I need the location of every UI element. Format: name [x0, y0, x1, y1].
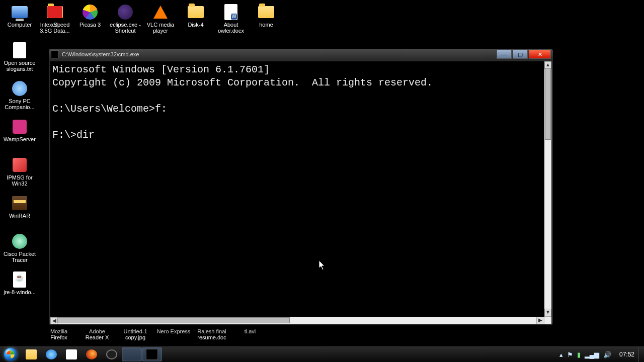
scroll-down-arrow[interactable]: ▼: [544, 309, 551, 317]
explorer-icon: [26, 349, 37, 359]
horizontal-scrollbar[interactable]: ◀ ▶: [50, 317, 544, 324]
java-icon[interactable]: jre-8-windo...: [2, 271, 37, 308]
docx-icon[interactable]: About owler.docx: [213, 4, 249, 41]
taskbar-ie[interactable]: [41, 347, 61, 361]
tray-action-center-icon[interactable]: ⚑: [567, 351, 573, 358]
cisco-icon[interactable]: Cisco Packet Tracer: [2, 233, 37, 270]
vlc-icon[interactable]: VLC media player: [143, 4, 178, 41]
sony-icon[interactable]: Sony PC Companio...: [2, 80, 37, 117]
desktop-icons-row: Intex Speed 3.5G Data...Picasa 3eclipse.…: [37, 3, 284, 41]
close-button[interactable]: ✕: [529, 50, 551, 59]
horizontal-scroll-thumb[interactable]: [57, 317, 290, 323]
maximize-button[interactable]: ▢: [513, 50, 528, 59]
taskbar-notepad[interactable]: [61, 347, 82, 361]
ie-icon: [46, 349, 57, 359]
usb-icon[interactable]: Intex Speed 3.5G Data...: [37, 4, 72, 41]
taskbar-explorer[interactable]: [21, 347, 41, 361]
taskbar-obs[interactable]: [102, 347, 122, 361]
start-button[interactable]: [0, 347, 21, 362]
cmd-window[interactable]: C:\Windows\system32\cmd.exe — ▢ ✕ Micros…: [48, 48, 553, 326]
folder-disk4-icon[interactable]: Disk-4: [178, 4, 213, 41]
desktop-icon[interactable]: Untitled-1 copy.jpg: [118, 328, 153, 348]
cmd-titlebar-icon: [51, 50, 59, 58]
desktop-icon[interactable]: Adobe Reader X: [79, 328, 115, 348]
system-tray[interactable]: ▴ ⚑ ▮ ▂▄▆ 🔊: [555, 351, 615, 358]
tray-battery-icon[interactable]: ▮: [577, 351, 581, 358]
tray-network-icon[interactable]: ▂▄▆: [585, 351, 599, 358]
tray-volume-icon[interactable]: 🔊: [603, 351, 611, 358]
taskbar-cmd[interactable]: [122, 347, 142, 361]
desktop-icons-bottom-row: Mozilla FirefoxAdobe Reader XUntitled-1 …: [41, 328, 268, 349]
folder-home-icon[interactable]: home: [249, 4, 284, 41]
txt-icon[interactable]: Open source slogans.txt: [2, 42, 37, 79]
wamp-icon[interactable]: WampServer: [2, 118, 37, 155]
show-desktop-button[interactable]: [638, 347, 644, 362]
picasa-icon[interactable]: Picasa 3: [72, 4, 108, 41]
taskbar-firefox[interactable]: [82, 347, 102, 361]
scroll-right-arrow[interactable]: ▶: [536, 317, 544, 324]
desktop-icon[interactable]: Nero Express: [156, 328, 191, 348]
cmd-title-text: C:\Windows\system32\cmd.exe: [62, 51, 139, 57]
taskbar-cmd-2[interactable]: [142, 347, 162, 361]
cmd-body[interactable]: Microsoft Windows [Version 6.1.7601] Cop…: [50, 61, 551, 324]
firefox-icon: [86, 349, 97, 359]
vertical-scrollbar[interactable]: ▲ ▼: [544, 61, 551, 317]
taskbar[interactable]: ▴ ⚑ ▮ ▂▄▆ 🔊 07:52: [0, 346, 644, 362]
taskbar-clock[interactable]: 07:52: [615, 351, 638, 358]
obs-icon: [106, 349, 117, 359]
cmd-icon-2: [146, 349, 158, 360]
vertical-scroll-thumb[interactable]: [545, 68, 551, 140]
desktop: ComputerOpen source slogans.txtSony PC C…: [0, 0, 644, 362]
desktop-icon[interactable]: Rajesh final resume.doc: [194, 328, 229, 348]
winrar-icon[interactable]: WinRAR: [2, 195, 37, 232]
computer-icon[interactable]: Computer: [2, 4, 37, 41]
minimize-button[interactable]: —: [497, 50, 512, 59]
ipmsg-icon[interactable]: IPMSG for Win32: [2, 156, 37, 194]
cmd-output: Microsoft Windows [Version 6.1.7601] Cop…: [51, 62, 544, 317]
eclipse-icon[interactable]: eclipse.exe - Shortcut: [108, 4, 143, 41]
notepad-icon: [66, 349, 77, 359]
tray-show-hidden-icon[interactable]: ▴: [559, 351, 563, 358]
start-orb-icon: [4, 348, 17, 361]
scroll-corner: [544, 317, 551, 324]
cmd-titlebar[interactable]: C:\Windows\system32\cmd.exe — ▢ ✕: [49, 49, 553, 60]
desktop-icon[interactable]: tl.avi: [232, 328, 268, 348]
desktop-icon[interactable]: Mozilla Firefox: [41, 328, 76, 348]
